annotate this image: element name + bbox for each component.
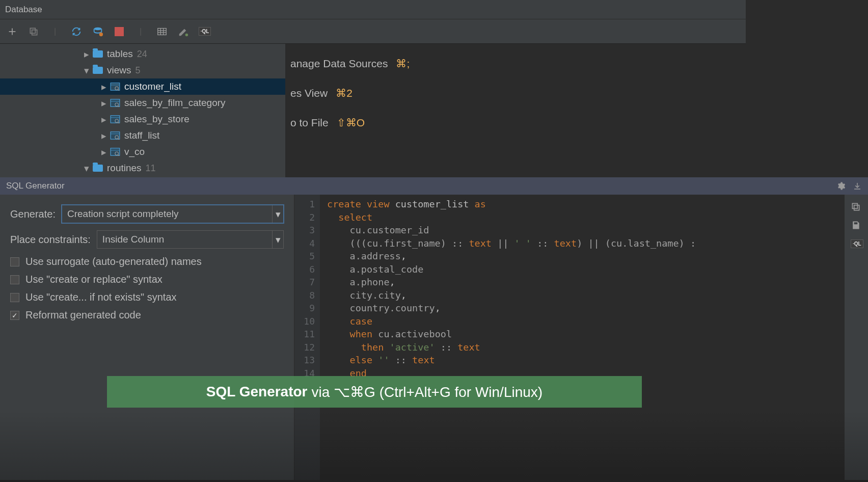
chevron-down-icon: ▾ (272, 205, 283, 223)
svg-point-11 (99, 32, 103, 36)
sql-generator-title: SQL Generator (6, 181, 65, 191)
svg-rect-41 (852, 203, 857, 208)
copy-icon[interactable] (851, 202, 862, 213)
view-icon (109, 115, 121, 123)
line-gutter: 1234567891011121314 (294, 195, 320, 480)
tree-row[interactable]: ▸ customer_list (0, 78, 285, 95)
sql-generator-options: Generate: Creation script completely ▾ P… (0, 195, 294, 480)
panel-title: Database (5, 5, 42, 15)
checkbox-create-or-replace[interactable]: Use "create or replace" syntax (10, 274, 284, 285)
preview-side-actions: ·QL (845, 195, 868, 480)
svg-rect-9 (30, 28, 35, 33)
tree-label: sales_by_store (124, 114, 189, 125)
ql-icon[interactable]: ·QL (851, 238, 862, 250)
tree-label: routines (107, 163, 142, 174)
view-icon (109, 99, 121, 107)
background-fill (746, 0, 868, 177)
tree-count: 24 (137, 49, 147, 60)
tree-label: staff_list (124, 130, 159, 141)
generate-select[interactable]: Creation script completely ▾ (62, 205, 284, 223)
svg-rect-8 (32, 30, 37, 35)
chevron-right-icon[interactable]: ▸ (99, 81, 109, 93)
chevron-right-icon[interactable]: ▸ (99, 130, 109, 142)
tree-row[interactable]: ▸ staff_list (0, 127, 285, 144)
database-sync-icon[interactable] (91, 24, 105, 39)
view-icon (109, 83, 121, 91)
gear-icon[interactable] (836, 181, 846, 191)
checkbox-if-not-exists[interactable]: Use "create... if not exists" syntax (10, 291, 284, 303)
sql-generator-preview: 1234567891011121314 create view customer… (294, 195, 868, 480)
tree-row[interactable]: ▾ routines 11 (0, 160, 285, 176)
folder-icon (92, 165, 104, 172)
folder-icon (92, 50, 104, 58)
stop-icon[interactable] (112, 24, 126, 39)
download-icon[interactable] (853, 181, 862, 191)
checkbox-surrogate[interactable]: Use surrogate (auto-generated) names (10, 256, 284, 267)
database-tree[interactable]: ▸ tables 24 ▾ views 5 ▸ customer_list ▸ … (0, 44, 285, 177)
folder-icon (92, 67, 104, 74)
database-toolbar: | | ·QL (0, 19, 868, 44)
tree-row[interactable]: ▸ v_co (0, 144, 285, 160)
checkbox-reformat[interactable]: Reformat generated code (10, 309, 284, 321)
svg-point-10 (94, 27, 102, 30)
tree-label: customer_list (124, 81, 181, 92)
tree-row[interactable]: ▾ views 5 (0, 62, 285, 78)
sql-generator-header: SQL Generator (0, 177, 868, 195)
chevron-right-icon[interactable]: ▸ (99, 97, 109, 109)
tree-count: 11 (146, 163, 156, 174)
tree-label: views (107, 65, 131, 76)
chevron-down-icon: ▾ (272, 231, 283, 248)
divider: | (133, 24, 148, 39)
tree-row[interactable]: ▸ tables 24 (0, 46, 285, 62)
copy-icon[interactable] (26, 24, 41, 39)
chevron-right-icon[interactable]: ▸ (82, 48, 92, 60)
view-icon (109, 131, 121, 140)
chevron-down-icon[interactable]: ▾ (82, 163, 92, 174)
divider: | (48, 24, 62, 39)
table-icon[interactable] (155, 24, 169, 39)
view-icon (109, 148, 121, 156)
tree-label: sales_by_film_category (124, 97, 226, 109)
chevron-down-icon[interactable]: ▾ (82, 65, 92, 76)
svg-rect-12 (158, 28, 167, 35)
tree-label: v_co (124, 146, 145, 157)
tree-count: 5 (135, 65, 141, 76)
add-icon[interactable] (5, 24, 19, 39)
tree-row[interactable]: ▸ sales_by_film_category (0, 95, 285, 111)
edit-icon[interactable] (176, 24, 191, 39)
tip-banner: SQL Generator via ⌥⌘G (Ctrl+Alt+G for Wi… (107, 376, 642, 408)
chevron-right-icon[interactable]: ▸ (99, 114, 109, 125)
refresh-icon[interactable] (69, 24, 84, 39)
ql-icon[interactable]: ·QL (198, 24, 212, 39)
chevron-right-icon[interactable]: ▸ (99, 146, 109, 158)
tree-row[interactable]: ▸ sales_by_store (0, 111, 285, 127)
upper-body: ▸ tables 24 ▾ views 5 ▸ customer_list ▸ … (0, 44, 868, 177)
save-icon[interactable] (851, 220, 862, 231)
database-panel-header: Database | (0, 0, 868, 19)
generate-label: Generate: (10, 208, 56, 220)
sql-generator-body: Generate: Creation script completely ▾ P… (0, 195, 868, 480)
code-preview[interactable]: create view customer_list as select cu.c… (320, 195, 845, 480)
tree-label: tables (107, 48, 133, 60)
svg-point-17 (185, 33, 188, 36)
svg-rect-40 (854, 205, 859, 210)
place-constraints-select[interactable]: Inside Column ▾ (97, 230, 284, 249)
place-constraints-label: Place constraints: (10, 234, 91, 246)
